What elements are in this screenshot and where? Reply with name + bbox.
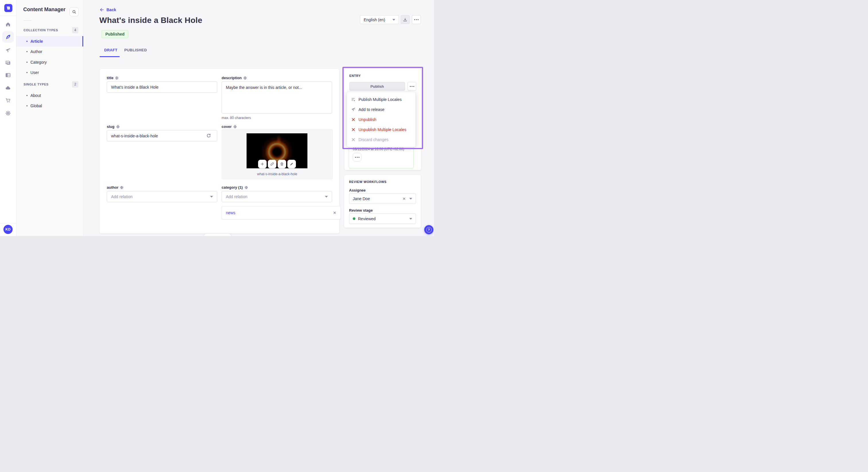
stage-status-dot [353,217,355,220]
entry-heading: ENTRY [349,74,361,77]
sidebar-item-author[interactable]: Author [16,46,83,57]
sidebar-item-user[interactable]: User [16,67,83,78]
edit-media-button[interactable] [287,160,296,168]
relation-link[interactable]: news [226,210,236,215]
user-avatar[interactable]: KD [3,225,12,234]
bullet [26,95,28,96]
description-hint: max. 80 characters [222,116,251,120]
assignee-label: Assignee [349,188,366,193]
slug-input[interactable] [107,130,217,141]
copy-link-button[interactable] [268,160,276,168]
sidebar-item-label: About [30,93,41,98]
menu-item-unpublish-multiple-locales[interactable]: Unpublish Multiple Locales [347,125,415,134]
single-types-count: 2 [72,81,79,88]
home-icon[interactable] [5,22,11,27]
review-workflows-heading: REVIEW WORKFLOWS [349,180,386,183]
search-icon [72,10,76,14]
sidebar-item-global[interactable]: Global [16,101,83,111]
chevron-down-icon [210,196,213,198]
help-button[interactable]: ? [424,225,433,234]
category-relation-select[interactable]: Add relation [222,191,332,202]
releases-icon[interactable] [5,47,11,53]
tab-draft[interactable]: DRAFT [104,48,117,52]
page-title: What's inside a Black Hole [99,16,203,25]
active-indicator [82,36,83,46]
review-stage-select[interactable]: Reviewed [349,213,416,224]
bullet [26,51,28,52]
content-manager-subnav: Content Manager COLLECTION TYPES 4 Artic… [16,0,84,236]
assignee-select[interactable]: Jane Doe [349,193,416,204]
publish-button[interactable]: Publish [349,82,405,91]
more-options-button[interactable] [412,15,421,24]
icon-sidebar: KD [0,0,17,236]
divider [24,20,32,21]
sidebar-item-article[interactable]: Article [16,36,83,46]
category-field-label: category (1) [222,185,248,190]
review-stage-value: Reviewed [358,216,409,221]
bullet [26,72,28,73]
section-collection-types: COLLECTION TYPES [24,28,58,32]
entry-more-button[interactable] [408,82,416,91]
sidebar-item-label: Article [30,39,43,43]
plus-icon [260,162,265,166]
collection-types-count: 4 [72,27,79,33]
subnav-title: Content Manager [23,7,65,12]
question-mark-icon: ? [426,227,432,233]
marketplace-cart-icon[interactable] [5,98,11,103]
regenerate-slug-icon[interactable] [206,133,211,138]
tab-published[interactable]: PUBLISHED [124,48,147,52]
cover-field-label: cover [222,125,237,129]
menu-item-add-to-release[interactable]: Add to release [347,105,415,114]
remove-relation-icon[interactable] [333,211,336,214]
divider [0,16,16,16]
release-more-button[interactable] [353,153,361,162]
author-field-label: author [107,185,123,190]
cross-icon [351,117,355,122]
menu-item-discard-changes[interactable]: Discard changes [347,135,415,144]
clear-assignee-icon[interactable] [402,197,406,200]
author-relation-select[interactable]: Add relation [107,191,217,202]
bottom-pill[interactable] [204,234,231,236]
link-icon [270,162,274,166]
download-button[interactable] [401,15,410,24]
author-placeholder: Add relation [111,194,133,199]
media-library-icon[interactable] [5,60,11,65]
menu-item-publish-multiple-locales[interactable]: Publish Multiple Locales [347,95,415,104]
assignee-value: Jane Doe [353,196,402,201]
cloud-icon[interactable] [5,85,11,91]
release-date: 09/11/2024 at 16:00 (UTC+02:00) [353,147,410,151]
description-field-label: description [222,76,247,80]
list-plus-icon [351,97,355,102]
title-field-label: title [107,76,119,80]
chevron-down-icon [409,198,412,200]
title-input[interactable] [107,81,217,93]
sidebar-item-about[interactable]: About [16,90,83,101]
locale-value: English (en) [364,18,392,22]
sidebar-item-label: Global [30,103,42,108]
delete-media-button[interactable] [278,160,286,168]
content-manager-icon[interactable] [5,34,11,40]
edit-form-card: title description Maybe the answer is in… [100,69,339,233]
section-single-types: SINGLE TYPES [24,82,49,86]
content-type-builder-icon[interactable] [5,72,11,78]
description-textarea[interactable]: Maybe the answer is in this article, or … [222,81,332,113]
search-button[interactable] [69,7,79,16]
bullet [26,41,28,42]
slug-field-label: slug [107,125,120,129]
chevron-down-icon [325,196,328,198]
paper-plane-icon [351,107,355,112]
sidebar-item-label: Category [30,60,47,65]
sidebar-item-category[interactable]: Category [16,57,83,67]
active-tab-indicator [100,56,120,57]
globe-icon [243,76,247,80]
add-media-button[interactable] [258,160,267,168]
relation-item-news: news [222,206,341,220]
back-link[interactable]: Back [100,7,116,12]
strapi-logo[interactable] [4,4,12,12]
locale-select[interactable]: English (en) [360,15,399,24]
menu-item-unpublish[interactable]: Unpublish [347,115,415,124]
strapi-logo-icon [6,6,11,10]
ellipsis-icon [355,157,360,158]
settings-gear-icon[interactable] [5,110,11,116]
globe-icon [115,76,119,80]
